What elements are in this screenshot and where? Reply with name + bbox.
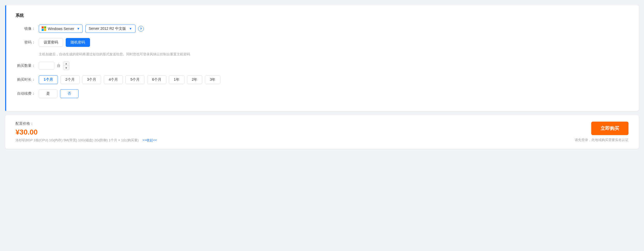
version-dropdown-text: Server 2012 R2 中文版 [89, 26, 126, 31]
version-dropdown-arrow: ▼ [129, 27, 132, 31]
duration-button-4[interactable]: 5个月 [125, 75, 145, 84]
quantity-stepper: ▲ ▼ [63, 61, 69, 70]
renew-form-content: 是否 [39, 89, 79, 98]
password-row: 密码： 设置密码 随机密码 [16, 38, 628, 47]
password-hint: 主机创建后，自动生成的密码将通过短信的形式发送给您。同时您也可登录风纳云控制台重… [39, 52, 628, 57]
duration-form-content: 1个月2个月3个月4个月5个月6个月1年2年3年 [39, 75, 220, 84]
price-section: 配置价格： ¥30.00 洛杉矶BGP 1核(CPU) 1G(内存) 5M(带宽… [16, 121, 157, 143]
svg-rect-0 [42, 26, 44, 28]
duration-button-1[interactable]: 2个月 [61, 75, 80, 84]
os-dropdown-arrow: ▼ [77, 27, 80, 31]
renew-row: 自动续费： 是否 [16, 89, 628, 98]
quantity-input[interactable]: 1 [39, 62, 54, 70]
price-value: ¥30.00 [16, 128, 157, 136]
password-form-content: 设置密码 随机密码 [39, 38, 90, 47]
os-dropdown-text: Windows Server [48, 27, 74, 31]
random-password-button[interactable]: 随机密码 [66, 38, 90, 47]
os-dropdown[interactable]: Windows Server ▼ [39, 25, 83, 33]
duration-label: 购买时长： [16, 77, 39, 82]
duration-button-2[interactable]: 3个月 [82, 75, 101, 84]
right-section: 立即购买 请先登录，此地域购买需要实名认证 [575, 122, 628, 142]
quantity-row: 购买数量： 1 台 ▲ ▼ [16, 61, 628, 70]
stepper-up-button[interactable]: ▲ [63, 62, 69, 66]
renew-label: 自动续费： [16, 91, 39, 96]
system-section: 系统 镜像： Windows Server ▼ Server 2012 R2 中… [5, 5, 639, 111]
svg-rect-2 [42, 29, 44, 31]
duration-button-8[interactable]: 3年 [205, 75, 220, 84]
image-form-content: Windows Server ▼ Server 2012 R2 中文版 ▼ ? [39, 25, 144, 33]
section-title: 系统 [16, 13, 628, 18]
help-icon-text: ? [140, 27, 142, 31]
duration-button-6[interactable]: 1年 [169, 75, 184, 84]
duration-button-0[interactable]: 1个月 [39, 75, 58, 84]
bottom-bar: 配置价格： ¥30.00 洛杉矶BGP 1核(CPU) 1G(内存) 5M(带宽… [5, 115, 639, 149]
renew-button-0[interactable]: 是 [39, 89, 57, 98]
login-hint: 请先登录，此地域购买需要实名认证 [575, 138, 628, 142]
image-row: 镜像： Windows Server ▼ Server 2012 R2 中文版 … [16, 25, 628, 33]
quantity-unit: 台 [57, 63, 61, 68]
price-label: 配置价格： [16, 121, 157, 126]
help-icon[interactable]: ? [138, 26, 144, 32]
renew-button-1[interactable]: 否 [60, 89, 79, 98]
buy-button[interactable]: 立即购买 [591, 122, 628, 135]
stepper-down-button[interactable]: ▼ [63, 66, 69, 70]
duration-button-3[interactable]: 4个月 [104, 75, 123, 84]
svg-rect-1 [44, 26, 46, 28]
set-password-button[interactable]: 设置密码 [39, 38, 63, 47]
image-label: 镜像： [16, 26, 39, 31]
windows-icon [42, 26, 46, 31]
version-dropdown[interactable]: Server 2012 R2 中文版 ▼ [85, 25, 136, 33]
duration-button-7[interactable]: 2年 [187, 75, 203, 84]
expand-link[interactable]: >>收起<< [143, 138, 157, 142]
svg-rect-3 [44, 29, 46, 31]
quantity-label: 购买数量： [16, 63, 39, 68]
quantity-form-content: 1 台 ▲ ▼ [39, 61, 69, 70]
config-info: 洛杉矶BGP 1核(CPU) 1G(内存) 5M(带宽) 10G(磁盘) 2G(… [16, 138, 157, 143]
password-label: 密码： [16, 40, 39, 45]
duration-row: 购买时长： 1个月2个月3个月4个月5个月6个月1年2年3年 [16, 75, 628, 84]
duration-button-5[interactable]: 6个月 [147, 75, 166, 84]
config-info-text: 洛杉矶BGP 1核(CPU) 1G(内存) 5M(带宽) 10G(磁盘) 2G(… [16, 138, 139, 142]
